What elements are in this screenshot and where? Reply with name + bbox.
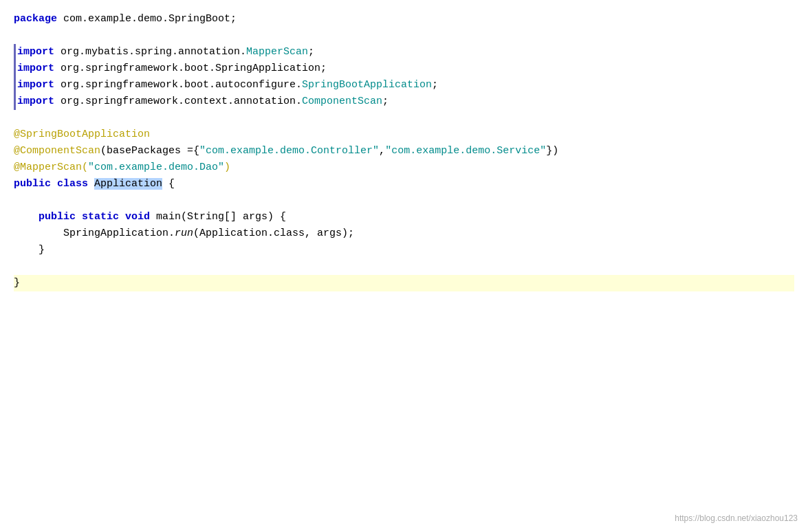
keyword-static: static (82, 209, 119, 225)
code-line-5: import org.springframework.boot.autoconf… (14, 77, 794, 93)
class-name-springbootapp: SpringBootApplication (302, 77, 432, 93)
string-service: "com.example.demo.Service" (385, 143, 546, 159)
annotation-componentscan: @ComponentScan (14, 143, 100, 159)
code-line-10: @MapperScan("com.example.demo.Dao") (14, 159, 794, 176)
code-line-15: } (14, 242, 794, 258)
code-editor: package com.example.demo.SpringBoot; imp… (0, 0, 808, 532)
plain-text: org.springframework.boot.autoconfigure. (54, 77, 302, 93)
code-line-2 (14, 27, 794, 44)
plain-text (88, 176, 94, 192)
plain-text: }) (546, 143, 558, 159)
code-line-8: @SpringBootApplication (14, 126, 794, 143)
keyword-class: class (57, 176, 88, 192)
code-line-7 (14, 110, 794, 126)
method-run: run (175, 225, 193, 242)
code-line-3: import org.mybatis.spring.annotation.Map… (14, 44, 794, 60)
plain-text (76, 209, 82, 225)
plain-text: (Application.class, args); (193, 225, 354, 242)
class-name-mapperscan: MapperScan (246, 44, 308, 60)
keyword-package: package (14, 11, 57, 27)
keyword-public: public (14, 176, 51, 192)
code-line-14: SpringApplication.run(Application.class,… (14, 225, 794, 242)
indent: } (14, 242, 45, 258)
plain-text: (basePackages ={ (100, 143, 199, 159)
plain-text: org.springframework.boot.SpringApplicati… (54, 60, 327, 77)
keyword-import: import (17, 44, 54, 60)
plain-text: org.springframework.context.annotation. (54, 93, 302, 110)
keyword-public2: public (39, 209, 76, 225)
watermark-text: https://blog.csdn.net/xiaozhou123 (675, 512, 798, 525)
plain-text (119, 209, 125, 225)
indent (14, 209, 39, 225)
code-line-17: } (14, 275, 794, 291)
code-line-12 (14, 192, 794, 209)
plain-text: ; (432, 77, 438, 93)
plain-text: , (379, 143, 385, 159)
code-line-16 (14, 258, 794, 275)
annotation-mapperscan: @MapperScan( (14, 159, 88, 176)
keyword-import: import (17, 77, 54, 93)
plain-text: com.example.demo.SpringBoot; (57, 11, 237, 27)
keyword-void: void (125, 209, 150, 225)
annotation-mapperscan-close: ) (224, 159, 230, 176)
code-line-11: public class Application { (14, 176, 794, 192)
plain-text (51, 176, 57, 192)
plain-text: ; (382, 93, 389, 110)
code-line-1: package com.example.demo.SpringBoot; (14, 11, 794, 27)
annotation-springbootapplication: @SpringBootApplication (14, 126, 150, 143)
code-line-4: import org.springframework.boot.SpringAp… (14, 60, 794, 77)
plain-text: ; (308, 44, 314, 60)
plain-text: main(String[] args) { (150, 209, 286, 225)
plain-text: org.mybatis.spring.annotation. (54, 44, 246, 60)
code-line-6: import org.springframework.context.annot… (14, 93, 794, 110)
keyword-import: import (17, 93, 54, 110)
classname-application: Application { (94, 176, 175, 192)
code-line-9: @ComponentScan(basePackages ={"com.examp… (14, 143, 794, 159)
final-brace: } (14, 275, 20, 291)
keyword-import: import (17, 60, 54, 77)
code-line-13: public static void main(String[] args) { (14, 209, 794, 225)
string-controller: "com.example.demo.Controller" (199, 143, 379, 159)
indent: SpringApplication. (14, 225, 175, 242)
string-dao: "com.example.demo.Dao" (88, 159, 224, 176)
class-name-componentscan: ComponentScan (302, 93, 382, 110)
